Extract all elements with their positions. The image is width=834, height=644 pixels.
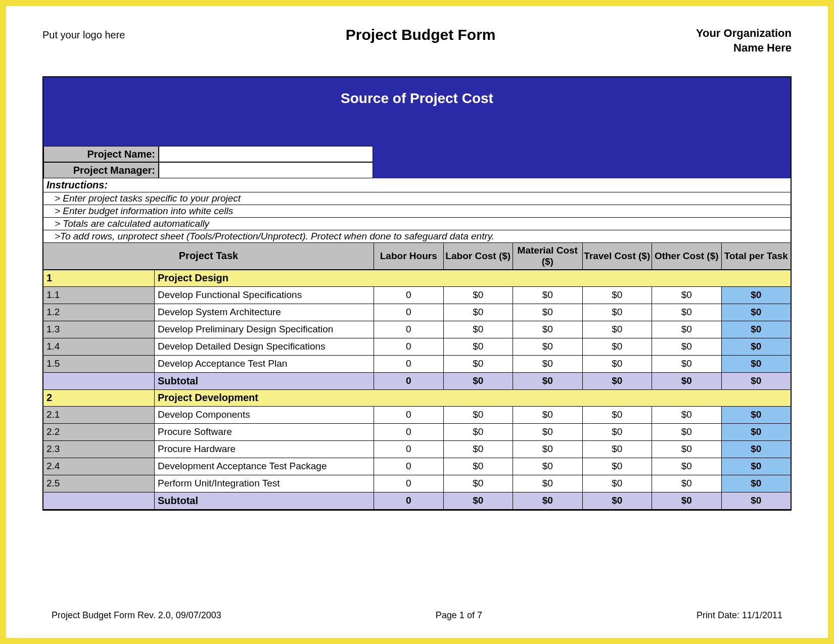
- travel-cost-cell[interactable]: $0: [583, 407, 653, 423]
- project-name-input[interactable]: [159, 146, 373, 162]
- labor-hours-cell[interactable]: 0: [374, 356, 444, 372]
- subtotal-other: $0: [652, 373, 722, 389]
- labor-cost-cell[interactable]: $0: [444, 475, 514, 492]
- other-cost-cell[interactable]: $0: [652, 304, 722, 321]
- subtotal-spacer: [43, 373, 155, 389]
- travel-cost-cell[interactable]: $0: [583, 321, 653, 338]
- instruction-line: >To add rows, unprotect sheet (Tools/Pro…: [43, 230, 791, 243]
- material-cost-cell[interactable]: $0: [513, 287, 583, 304]
- task-name-cell[interactable]: Perform Unit/Integration Test: [155, 475, 374, 492]
- row-total-cell: $0: [722, 321, 791, 338]
- labor-hours-cell[interactable]: 0: [374, 407, 444, 423]
- labor-cost-cell[interactable]: $0: [444, 458, 514, 475]
- material-cost-cell[interactable]: $0: [513, 304, 583, 321]
- labor-cost-cell[interactable]: $0: [444, 356, 514, 372]
- other-cost-cell[interactable]: $0: [652, 321, 722, 338]
- labor-hours-cell[interactable]: 0: [374, 458, 444, 475]
- project-manager-label: Project Manager:: [43, 162, 159, 178]
- other-cost-cell[interactable]: $0: [652, 458, 722, 475]
- labor-hours-cell[interactable]: 0: [374, 304, 444, 321]
- row-total-cell: $0: [722, 441, 791, 458]
- travel-cost-cell[interactable]: $0: [583, 475, 653, 492]
- travel-cost-cell[interactable]: $0: [583, 338, 653, 355]
- other-cost-cell[interactable]: $0: [652, 407, 722, 423]
- banner-title: Source of Project Cost: [43, 77, 791, 120]
- labor-cost-cell[interactable]: $0: [444, 441, 514, 458]
- subtotal-spacer: [43, 492, 155, 509]
- material-cost-cell[interactable]: $0: [513, 424, 583, 440]
- budget-table: Source of Project Cost Project Name: Pro…: [42, 76, 792, 511]
- section-name: Project Design: [155, 270, 791, 286]
- instructions-header: Instructions:: [43, 178, 791, 192]
- labor-cost-cell[interactable]: $0: [444, 287, 514, 304]
- col-header-total: Total per Task: [722, 243, 791, 269]
- sections-container: 1Project Design1.1Develop Functional Spe…: [43, 270, 791, 510]
- labor-cost-cell[interactable]: $0: [444, 407, 514, 423]
- row-total-cell: $0: [722, 356, 791, 372]
- task-name-cell[interactable]: Develop Detailed Design Specifications: [155, 338, 374, 355]
- labor-cost-cell[interactable]: $0: [444, 304, 514, 321]
- task-name-cell[interactable]: Develop Preliminary Design Specification: [155, 321, 374, 338]
- subtotal-total: $0: [722, 373, 791, 389]
- instruction-line: > Enter project tasks specific to your p…: [43, 192, 791, 205]
- footer-print-date: Print Date: 11/1/2011: [697, 610, 782, 621]
- labor-cost-cell[interactable]: $0: [444, 424, 514, 440]
- project-manager-input[interactable]: [159, 162, 373, 178]
- row-total-cell: $0: [722, 407, 791, 423]
- labor-hours-cell[interactable]: 0: [374, 321, 444, 338]
- org-name: Your Organization Name Here: [696, 26, 792, 55]
- travel-cost-cell[interactable]: $0: [583, 304, 653, 321]
- table-banner: Source of Project Cost Project Name: Pro…: [43, 77, 791, 178]
- task-row: 2.4Development Acceptance Test Package0$…: [43, 458, 791, 475]
- task-name-cell[interactable]: Procure Software: [155, 424, 374, 440]
- subtotal-material: $0: [513, 492, 583, 509]
- section-header-row: 1Project Design: [43, 270, 791, 287]
- col-header-task: Project Task: [43, 243, 374, 269]
- material-cost-cell[interactable]: $0: [513, 356, 583, 372]
- material-cost-cell[interactable]: $0: [513, 475, 583, 492]
- material-cost-cell[interactable]: $0: [513, 321, 583, 338]
- other-cost-cell[interactable]: $0: [652, 338, 722, 355]
- task-row: 1.5Develop Acceptance Test Plan0$0$0$0$0…: [43, 356, 791, 373]
- subtotal-hours: 0: [374, 492, 444, 509]
- subtotal-labor: $0: [444, 373, 514, 389]
- task-row: 2.3Procure Hardware0$0$0$0$0$0: [43, 441, 791, 458]
- task-name-cell[interactable]: Develop Acceptance Test Plan: [155, 356, 374, 372]
- task-name-cell[interactable]: Procure Hardware: [155, 441, 374, 458]
- labor-hours-cell[interactable]: 0: [374, 338, 444, 355]
- material-cost-cell[interactable]: $0: [513, 407, 583, 423]
- row-total-cell: $0: [722, 304, 791, 321]
- task-name-cell[interactable]: Development Acceptance Test Package: [155, 458, 374, 475]
- other-cost-cell[interactable]: $0: [652, 424, 722, 440]
- task-row: 2.1Develop Components0$0$0$0$0$0: [43, 407, 791, 424]
- task-name-cell[interactable]: Develop Components: [155, 407, 374, 423]
- labor-cost-cell[interactable]: $0: [444, 321, 514, 338]
- travel-cost-cell[interactable]: $0: [583, 287, 653, 304]
- other-cost-cell[interactable]: $0: [652, 287, 722, 304]
- material-cost-cell[interactable]: $0: [513, 458, 583, 475]
- other-cost-cell[interactable]: $0: [652, 475, 722, 492]
- subtotal-travel: $0: [583, 492, 653, 509]
- material-cost-cell[interactable]: $0: [513, 338, 583, 355]
- other-cost-cell[interactable]: $0: [652, 356, 722, 372]
- labor-hours-cell[interactable]: 0: [374, 441, 444, 458]
- labor-cost-cell[interactable]: $0: [444, 338, 514, 355]
- labor-hours-cell[interactable]: 0: [374, 424, 444, 440]
- travel-cost-cell[interactable]: $0: [583, 424, 653, 440]
- material-cost-cell[interactable]: $0: [513, 441, 583, 458]
- row-total-cell: $0: [722, 287, 791, 304]
- travel-cost-cell[interactable]: $0: [583, 458, 653, 475]
- labor-hours-cell[interactable]: 0: [374, 475, 444, 492]
- task-name-cell[interactable]: Develop Functional Specifications: [155, 287, 374, 304]
- task-name-cell[interactable]: Develop System Architecture: [155, 304, 374, 321]
- col-header-labor-hours: Labor Hours: [374, 243, 444, 269]
- task-id: 2.1: [43, 407, 155, 423]
- col-header-labor-cost: Labor Cost ($): [444, 243, 514, 269]
- labor-hours-cell[interactable]: 0: [374, 287, 444, 304]
- row-total-cell: $0: [722, 338, 791, 355]
- section-name: Project Development: [155, 390, 791, 406]
- travel-cost-cell[interactable]: $0: [583, 356, 653, 372]
- section-header-row: 2Project Development: [43, 390, 791, 407]
- other-cost-cell[interactable]: $0: [652, 441, 722, 458]
- travel-cost-cell[interactable]: $0: [583, 441, 653, 458]
